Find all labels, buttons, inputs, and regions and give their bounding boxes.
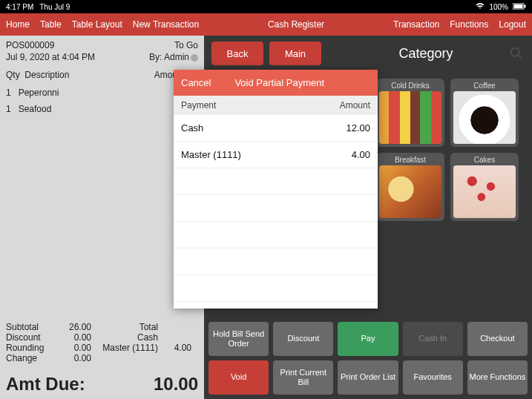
svg-line-4 — [519, 56, 522, 59]
void-button[interactable]: Void — [208, 360, 269, 395]
cakes-image — [453, 165, 516, 218]
modal-cancel-button[interactable]: Cancel — [181, 77, 211, 88]
status-bar: 4:17 PM Thu Jul 9 100% — [0, 0, 532, 13]
main-button[interactable]: Main — [269, 42, 321, 65]
coffee-image — [453, 91, 516, 144]
search-icon[interactable] — [508, 45, 525, 62]
line-item[interactable]: 1Seafood — [6, 101, 198, 117]
amt-due-value: 10.00 — [154, 374, 198, 395]
battery-icon — [513, 3, 526, 11]
breakfast-image — [379, 165, 441, 218]
print-bill-button[interactable]: Print Current Bill — [273, 360, 333, 395]
print-order-list-button[interactable]: Print Order List — [338, 360, 398, 395]
drinks-image — [379, 91, 441, 144]
checkout-button[interactable]: Checkout — [467, 322, 528, 356]
col-desc: Description — [24, 70, 69, 80]
info-icon[interactable] — [191, 54, 198, 62]
payment-row-empty — [174, 248, 378, 275]
cash-in-button[interactable]: Cash In — [403, 322, 463, 356]
discount-button[interactable]: Discount — [273, 322, 333, 356]
payment-row[interactable]: Cash12.00 — [174, 115, 378, 142]
category-coffee[interactable]: Coffee — [450, 79, 519, 147]
hold-bill-button[interactable]: Hold Bill Send Order — [208, 322, 269, 356]
receipt-lines: 1Peperonni 1Seafood — [6, 85, 198, 322]
status-date: Thu Jul 9 — [39, 3, 70, 11]
wifi-icon — [476, 2, 485, 11]
menu-logout[interactable]: Logout — [499, 19, 526, 30]
pos-number: POS000009 — [6, 40, 54, 50]
favourites-button[interactable]: Favourites — [403, 360, 463, 395]
col-qty: Qty — [6, 70, 20, 80]
modal-col-payment: Payment — [181, 100, 216, 111]
line-item[interactable]: 1Peperonni — [6, 85, 198, 101]
category-cold-drinks[interactable]: Cold Drinks — [376, 79, 444, 147]
amt-due-label: Amt Due: — [6, 374, 85, 395]
menu-new-transaction[interactable]: New Transaction — [133, 19, 199, 30]
svg-rect-1 — [514, 4, 523, 8]
order-type: To Go — [174, 40, 198, 50]
svg-rect-2 — [525, 4, 526, 7]
payment-row[interactable]: Master (1111)4.00 — [174, 142, 378, 168]
payment-row-empty — [174, 275, 378, 302]
menu-table-layout[interactable]: Table Layout — [72, 19, 122, 30]
menu-cash-register: Cash Register — [209, 19, 383, 30]
category-breakfast[interactable]: Breakfast — [376, 153, 444, 221]
category-cakes[interactable]: Cakes — [450, 153, 519, 221]
menu-transaction[interactable]: Transaction — [393, 19, 439, 30]
svg-point-3 — [511, 48, 519, 56]
menu-home[interactable]: Home — [6, 19, 30, 30]
payment-row-empty — [174, 195, 378, 222]
battery-text: 100% — [489, 3, 508, 11]
more-functions-button[interactable]: More Functions — [467, 360, 528, 395]
pay-button[interactable]: Pay — [338, 322, 398, 356]
receipt-timestamp: Jul 9, 2020 at 4:04 PM — [6, 52, 95, 62]
menu-functions[interactable]: Functions — [450, 19, 488, 30]
menu-table[interactable]: Table — [40, 19, 62, 30]
status-time: 4:17 PM — [6, 3, 33, 11]
back-button[interactable]: Back — [211, 42, 263, 65]
action-buttons: Hold Bill Send Order Discount Pay Cash I… — [204, 317, 532, 399]
modal-title: Void Partial Payment — [211, 77, 348, 88]
payment-row-empty — [174, 222, 378, 248]
menu-bar: Home Table Table Layout New Transaction … — [0, 13, 532, 36]
payment-row-empty — [174, 168, 378, 195]
void-payment-modal: Cancel Void Partial Payment Payment Amou… — [174, 70, 378, 309]
modal-col-amount: Amount — [340, 100, 370, 111]
category-title: Category — [349, 46, 502, 62]
receipt-by: By: Admin — [149, 52, 189, 62]
totals-block: Subtotal26.00Total Discount0.00Cash Roun… — [6, 322, 198, 363]
